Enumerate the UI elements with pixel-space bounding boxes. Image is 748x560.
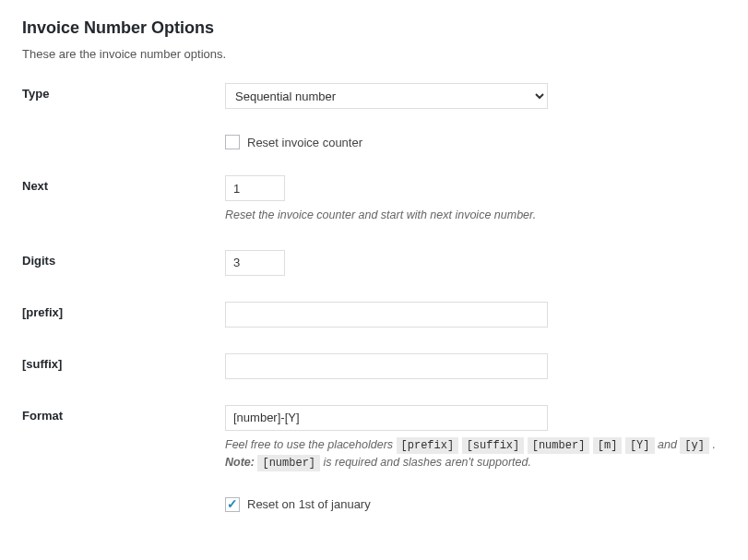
row-reset-jan: Reset on 1st of january: [22, 497, 726, 512]
row-type: Type Sequential number: [22, 83, 726, 109]
reset-jan-wrap[interactable]: Reset on 1st of january: [225, 497, 726, 512]
label-format: Format: [22, 405, 225, 423]
digits-input[interactable]: [225, 250, 285, 276]
reset-counter-checkbox[interactable]: [225, 135, 240, 149]
format-note-label: Note:: [225, 456, 255, 469]
prefix-input[interactable]: [225, 302, 548, 328]
placeholder-y-upper: [Y]: [625, 437, 655, 454]
next-hint: Reset the invoice counter and start with…: [225, 207, 726, 224]
format-hint: Feel free to use the placeholders [prefi…: [225, 436, 726, 471]
row-digits: Digits: [22, 250, 726, 276]
reset-jan-checkbox[interactable]: [225, 497, 240, 512]
reset-counter-wrap[interactable]: Reset invoice counter: [225, 135, 726, 149]
section-title: Invoice Number Options: [22, 18, 726, 38]
label-digits: Digits: [22, 250, 225, 268]
placeholder-y-lower: [y]: [680, 437, 709, 454]
type-select[interactable]: Sequential number: [225, 83, 548, 109]
label-prefix: [prefix]: [22, 302, 225, 319]
placeholder-number: [number]: [528, 437, 590, 454]
label-next: Next: [22, 175, 225, 193]
label-empty-reset: [22, 135, 225, 138]
format-input[interactable]: [225, 405, 548, 431]
placeholder-prefix: [prefix]: [397, 437, 459, 454]
row-next: Next Reset the invoice counter and start…: [22, 175, 726, 224]
section-description: These are the invoice number options.: [22, 47, 726, 61]
reset-counter-label: Reset invoice counter: [247, 136, 362, 149]
row-prefix: [prefix]: [22, 302, 726, 328]
row-format: Format Feel free to use the placeholders…: [22, 405, 726, 471]
label-suffix: [suffix]: [22, 353, 225, 371]
row-reset-counter: Reset invoice counter: [22, 135, 726, 149]
suffix-input[interactable]: [225, 353, 548, 379]
format-note-code: [number]: [257, 455, 320, 471]
label-empty-jan: [22, 497, 225, 501]
label-type: Type: [22, 83, 225, 101]
row-suffix: [suffix]: [22, 353, 726, 379]
next-input[interactable]: [225, 175, 285, 201]
placeholder-suffix: [suffix]: [462, 437, 525, 454]
reset-jan-label: Reset on 1st of january: [247, 497, 371, 511]
placeholder-m: [m]: [593, 437, 623, 454]
